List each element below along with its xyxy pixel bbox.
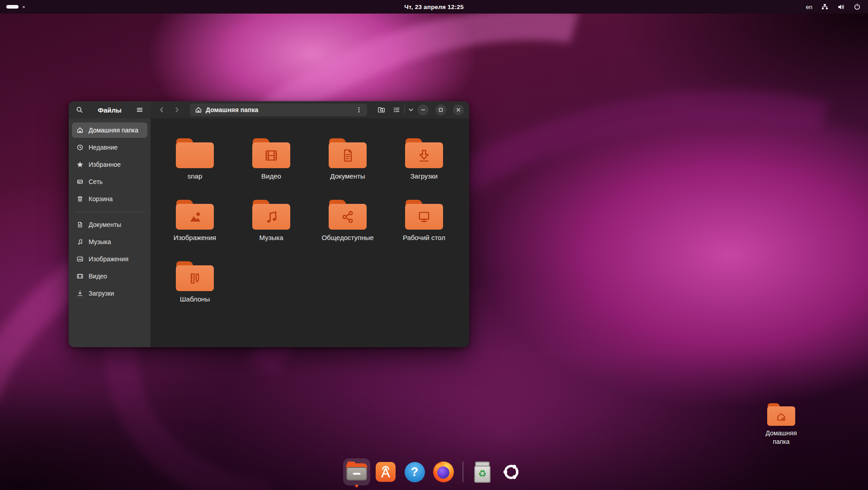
help-icon: ? [405, 462, 425, 482]
workspace-active-pill[interactable] [6, 5, 19, 9]
view-split-divider [404, 105, 405, 114]
sidebar-item-home[interactable]: Домашняя папка [72, 122, 147, 138]
sidebar-item-starred[interactable]: Избранное [72, 157, 147, 172]
folder-tile-pictures[interactable]: Изображения [163, 200, 226, 242]
sidebar-header: Файлы [69, 101, 151, 118]
folder-icon [405, 138, 443, 168]
sidebar: Домашняя папка Недавние Избранное [69, 118, 151, 347]
sidebar-item-network[interactable]: Сеть [72, 174, 147, 189]
firefox-icon [433, 462, 454, 482]
star-icon [76, 161, 84, 168]
power-icon[interactable] [854, 3, 861, 10]
sidebar-item-downloads[interactable]: Загрузки [72, 286, 147, 301]
keyboard-layout-indicator[interactable]: en [806, 4, 812, 10]
files-window: Файлы [69, 101, 469, 347]
templates-emblem-icon [187, 270, 203, 287]
folder-icon [176, 200, 214, 230]
trash-bin-icon: ♻ [473, 462, 491, 483]
ubuntu-logo-icon [501, 462, 522, 482]
folder-icon [329, 200, 367, 230]
list-view-button[interactable] [390, 104, 403, 116]
dock-item-app-center[interactable] [375, 461, 396, 483]
home-icon [76, 127, 84, 134]
film-icon [76, 273, 84, 280]
search-in-folder-button[interactable] [375, 104, 387, 116]
dock-item-trash[interactable]: ♻ [472, 461, 493, 483]
workspace-indicator[interactable] [0, 5, 118, 9]
dock-item-ubuntu-desktop[interactable] [500, 461, 522, 483]
path-label: Домашняя папка [206, 106, 350, 113]
folder-tile-templates[interactable]: Шаблоны [163, 261, 226, 303]
window-body: Домашняя папка Недавние Избранное [69, 118, 469, 347]
sidebar-item-music[interactable]: Музыка [72, 234, 147, 250]
window-controls [418, 104, 465, 115]
monitor-emblem-icon [416, 209, 432, 225]
trash-icon [76, 195, 84, 203]
path-menu-kebab-icon[interactable] [354, 104, 364, 115]
app-center-icon [376, 462, 396, 482]
folder-tile-documents[interactable]: Документы [316, 138, 379, 180]
document-emblem-icon [340, 147, 356, 164]
folder-icon [329, 138, 367, 168]
search-button[interactable] [73, 104, 86, 116]
sidebar-item-pictures[interactable]: Изображения [72, 251, 147, 267]
dock-item-files[interactable] [346, 461, 368, 483]
sidebar-item-videos[interactable]: Видео [72, 269, 147, 284]
folder-grid: snap Видео [151, 118, 469, 347]
folder-icon [176, 138, 214, 168]
volume-icon[interactable] [837, 4, 845, 10]
folder-tile-public[interactable]: Общедоступные [316, 200, 379, 242]
folder-tile-downloads[interactable]: Загрузки [392, 138, 456, 180]
dock: ? ♻ [346, 461, 522, 483]
maximize-button[interactable] [435, 104, 446, 115]
view-toggle-group [390, 104, 416, 116]
server-icon [76, 178, 84, 185]
minimize-button[interactable] [418, 104, 429, 115]
clock[interactable]: Чт, 23 апреля 12:25 [404, 4, 463, 10]
dock-separator [462, 462, 463, 482]
desktop-icon-label: Домашняя папка [759, 429, 804, 446]
hamburger-menu-button[interactable] [133, 104, 146, 116]
image-emblem-icon [187, 209, 203, 225]
folder-tile-desktop[interactable]: Рабочий стол [392, 200, 456, 242]
film-emblem-icon [263, 147, 279, 164]
download-emblem-icon [416, 147, 432, 164]
folder-icon [767, 403, 795, 426]
app-title: Файлы [86, 106, 133, 114]
desktop-home-folder[interactable]: Домашняя папка [756, 403, 807, 446]
clock-icon [76, 144, 84, 151]
top-bar: Чт, 23 апреля 12:25 en [0, 0, 868, 14]
system-tray[interactable]: en [806, 3, 868, 10]
home-icon [195, 106, 202, 113]
music-emblem-icon [263, 209, 279, 225]
recycle-glyph: ♻ [478, 469, 487, 479]
document-icon [76, 221, 84, 228]
view-options-chevron-button[interactable] [406, 104, 416, 116]
dock-item-help[interactable]: ? [404, 461, 425, 483]
path-bar[interactable]: Домашняя папка [190, 104, 367, 116]
folder-icon [252, 138, 290, 168]
folder-tile-videos[interactable]: Видео [240, 138, 303, 180]
folder-icon [176, 261, 214, 291]
dock-item-firefox[interactable] [433, 461, 454, 483]
sidebar-item-documents[interactable]: Документы [72, 217, 147, 232]
sidebar-item-trash[interactable]: Корзина [72, 191, 147, 207]
back-button[interactable] [156, 104, 168, 116]
folder-tile-snap[interactable]: snap [163, 138, 226, 180]
download-icon [76, 290, 84, 297]
folder-tile-music[interactable]: Музыка [240, 200, 303, 242]
close-button[interactable] [453, 104, 464, 115]
folder-icon [405, 200, 443, 230]
forward-button[interactable] [171, 104, 183, 116]
home-emblem-icon [774, 410, 788, 423]
folder-icon [252, 200, 290, 230]
workspace-dot[interactable] [23, 6, 25, 8]
sidebar-divider [74, 212, 145, 212]
share-emblem-icon [340, 209, 356, 225]
music-note-icon [76, 238, 84, 245]
files-app-icon [346, 463, 367, 481]
main-header: Домашняя папка [151, 101, 469, 118]
image-icon [76, 255, 84, 263]
sidebar-item-recent[interactable]: Недавние [72, 140, 147, 155]
network-icon[interactable] [821, 4, 829, 10]
